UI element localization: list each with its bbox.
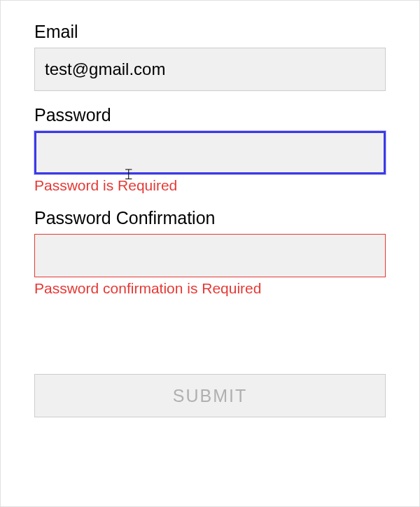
password-label: Password: [34, 105, 386, 125]
email-label: Email: [34, 22, 386, 42]
email-field-group: Email: [34, 22, 386, 91]
email-input[interactable]: [34, 48, 386, 91]
password-error-text: Password is Required: [34, 177, 386, 194]
password-input[interactable]: [34, 131, 386, 174]
password-confirmation-label: Password Confirmation: [34, 208, 386, 228]
password-confirmation-field-group: Password Confirmation Password confirmat…: [34, 208, 386, 297]
password-confirmation-error-text: Password confirmation is Required: [34, 280, 386, 297]
password-confirmation-input[interactable]: [34, 234, 386, 277]
submit-button[interactable]: SUBMIT: [34, 374, 386, 417]
password-field-group: Password Password is Required: [34, 105, 386, 194]
